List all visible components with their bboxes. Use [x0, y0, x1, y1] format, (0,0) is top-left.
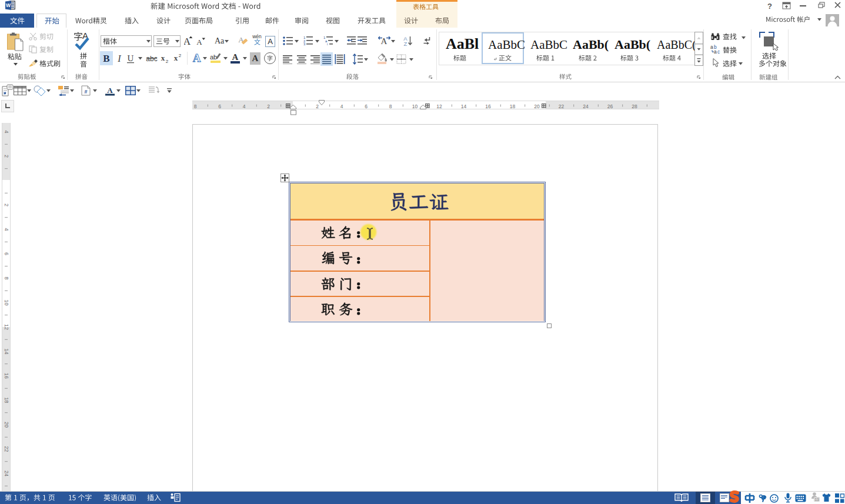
- svg-text:4: 4: [243, 104, 246, 109]
- svg-text:4: 4: [4, 130, 9, 133]
- svg-text:8: 8: [4, 276, 9, 279]
- svg-text:28: 28: [632, 104, 637, 109]
- svg-text:20: 20: [534, 104, 540, 109]
- svg-text:2: 2: [4, 203, 9, 206]
- svg-text:8: 8: [389, 104, 392, 109]
- svg-text:12: 12: [436, 104, 442, 109]
- svg-text:26: 26: [607, 104, 613, 109]
- svg-text:20: 20: [4, 422, 9, 428]
- svg-text:22: 22: [4, 446, 9, 452]
- svg-text:6: 6: [4, 252, 9, 255]
- svg-text:24: 24: [4, 470, 9, 476]
- svg-text:24: 24: [583, 104, 589, 109]
- svg-text:10: 10: [4, 299, 9, 305]
- svg-text:14: 14: [461, 104, 467, 109]
- svg-text:14: 14: [4, 348, 9, 354]
- svg-text:2: 2: [267, 104, 270, 109]
- svg-text:4: 4: [340, 104, 343, 109]
- svg-text:8: 8: [194, 104, 197, 109]
- svg-text:4: 4: [4, 228, 9, 231]
- svg-text:10: 10: [412, 104, 418, 109]
- svg-text:16: 16: [4, 373, 9, 379]
- svg-text:13: 13: [814, 498, 819, 502]
- svg-text:18: 18: [510, 104, 516, 109]
- svg-text:22: 22: [559, 104, 565, 109]
- svg-text:18: 18: [4, 397, 9, 403]
- svg-text:12: 12: [4, 324, 9, 330]
- svg-text:2: 2: [4, 155, 9, 158]
- svg-text:16: 16: [485, 104, 491, 109]
- svg-text:6: 6: [218, 104, 221, 109]
- svg-text:6: 6: [365, 104, 368, 109]
